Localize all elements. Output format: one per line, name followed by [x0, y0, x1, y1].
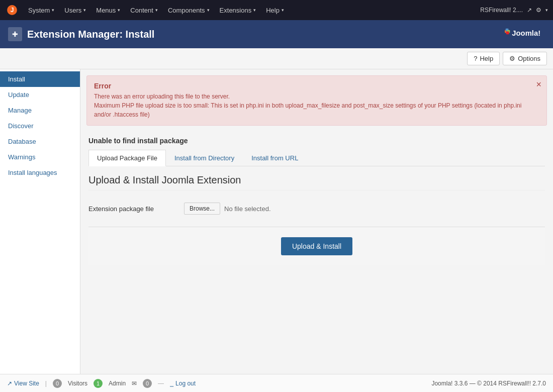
chevron-down-icon: ▾ [545, 8, 548, 13]
content-area: × Error There was an error uploading thi… [80, 69, 553, 374]
joomla-brand: Joomla! [505, 27, 545, 42]
upload-area: Upload & Install [88, 227, 545, 265]
sidebar-item-database[interactable]: Database [0, 134, 80, 149]
sidebar-item-manage[interactable]: Manage [0, 103, 80, 118]
browse-button[interactable]: Browse... [184, 203, 220, 215]
admin-label: Admin [109, 380, 126, 387]
footer-version: Joomla! 3.3.6 — © 2014 RSFirewall!! 2.7.… [431, 380, 546, 387]
toolbar: ? Help ⚙ Options [0, 48, 553, 69]
gear-icon: ⚙ [509, 55, 515, 62]
chevron-down-icon: ▾ [52, 8, 54, 13]
no-file-text: No file selected. [224, 205, 271, 213]
extension-file-label: Extension package file [88, 205, 179, 213]
upload-install-button[interactable]: Upload & Install [281, 237, 352, 255]
rsf-label: RSFirewall! 2.... [480, 7, 523, 14]
admin-badge: 1 [94, 379, 103, 388]
title-area: ✚ Extension Manager: Install [8, 27, 154, 41]
messages-badge: 0 [143, 379, 152, 388]
sidebar-item-update[interactable]: Update [0, 87, 80, 103]
visitors-badge: 0 [53, 379, 62, 388]
chevron-down-icon: ▾ [118, 8, 120, 13]
settings-icon[interactable]: ⚙ [536, 7, 541, 14]
help-icon: ? [474, 55, 477, 62]
nav-item-content[interactable]: Content ▾ [125, 0, 163, 20]
logout-icon: ⎯ [170, 380, 173, 387]
chevron-down-icon: ▾ [83, 8, 86, 13]
tab-install-directory[interactable]: Install from Directory [166, 150, 243, 166]
tab-install-url[interactable]: Install from URL [243, 150, 307, 166]
logout-link[interactable]: ⎯ Log out [170, 380, 196, 387]
top-navigation: J System ▾ Users ▾ Menus ▾ Content ▾ Com… [0, 0, 553, 20]
page-icon: ✚ [8, 27, 22, 41]
footer-separator: | [45, 380, 47, 387]
sidebar: Install Update Manage Discover Database … [0, 69, 80, 374]
form-row-extension-file: Extension package file Browse... No file… [88, 199, 545, 219]
nav-item-components[interactable]: Components ▾ [163, 0, 215, 20]
svg-text:J: J [11, 7, 14, 14]
chevron-down-icon: ▾ [207, 8, 210, 13]
close-button[interactable]: × [536, 80, 541, 89]
nav-right: RSFirewall! 2.... ↗ ⚙ ▾ [480, 7, 548, 14]
error-message-line2: Maximum PHP file upload size is too smal… [94, 101, 539, 119]
nav-item-help[interactable]: Help ▾ [261, 0, 289, 20]
help-button[interactable]: ? Help [467, 52, 500, 65]
main-area: Install Update Manage Discover Database … [0, 69, 553, 374]
nav-item-system[interactable]: System ▾ [23, 0, 59, 20]
sidebar-item-install[interactable]: Install [0, 71, 80, 87]
nav-item-menus[interactable]: Menus ▾ [91, 0, 125, 20]
messages-icon: ✉ [132, 380, 137, 387]
visitors-label: Visitors [68, 380, 87, 387]
nav-item-extensions[interactable]: Extensions ▾ [215, 0, 261, 20]
chevron-down-icon: ▾ [155, 8, 158, 13]
svg-text:Joomla!: Joomla! [512, 29, 540, 37]
chevron-down-icon: ▾ [253, 8, 256, 13]
external-link-icon: ↗ [527, 7, 532, 14]
view-site-link[interactable]: ↗ View Site [7, 380, 39, 387]
external-link-icon: ↗ [7, 380, 12, 387]
error-box: × Error There was an error uploading thi… [86, 75, 547, 126]
tab-upload-package[interactable]: Upload Package File [88, 150, 166, 166]
joomla-logo-icon: J [5, 3, 19, 17]
page-header: ✚ Extension Manager: Install Joomla! [0, 20, 553, 48]
chevron-down-icon: ▾ [282, 8, 284, 13]
nav-items: System ▾ Users ▾ Menus ▾ Content ▾ Compo… [23, 0, 480, 20]
sidebar-item-warnings[interactable]: Warnings [0, 149, 80, 165]
page-title: Extension Manager: Install [27, 29, 154, 40]
footer-separator2: — [158, 380, 164, 387]
form-input-area: Browse... No file selected. [184, 203, 271, 215]
error-message-line1: There was an error uploading this file t… [94, 92, 539, 101]
inner-content: Unable to find install package Upload Pa… [80, 132, 553, 270]
nav-item-users[interactable]: Users ▾ [59, 0, 91, 20]
error-title: Error [94, 82, 539, 90]
section-title: Upload & Install Joomla Extension [88, 174, 545, 190]
footer: ↗ View Site | 0 Visitors 1 Admin ✉ 0 — ⎯… [0, 374, 553, 392]
sidebar-item-discover[interactable]: Discover [0, 118, 80, 134]
footer-left: ↗ View Site | 0 Visitors 1 Admin ✉ 0 — ⎯… [7, 379, 196, 388]
unable-title: Unable to find install package [88, 137, 545, 145]
options-button[interactable]: ⚙ Options [503, 52, 547, 65]
tab-bar: Upload Package File Install from Directo… [88, 150, 545, 166]
svg-rect-5 [506, 31, 509, 34]
sidebar-item-install-languages[interactable]: Install languages [0, 165, 80, 180]
